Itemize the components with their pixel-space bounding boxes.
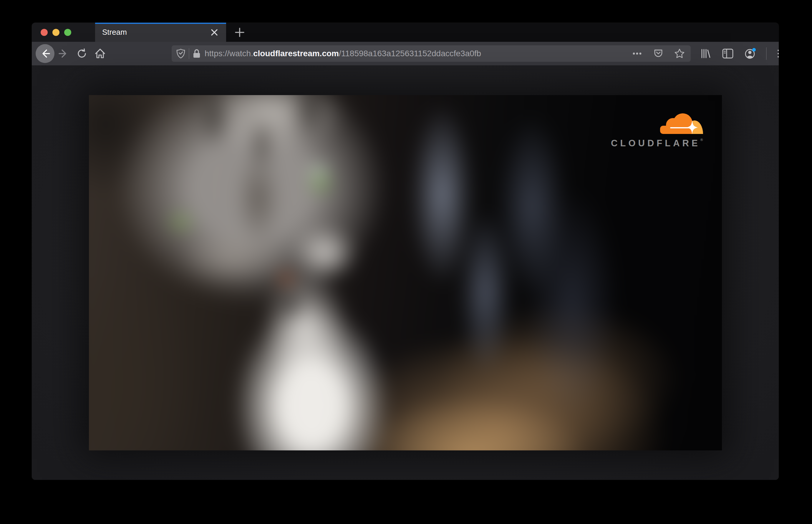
tab-strip-empty: [226, 23, 779, 42]
trademark-symbol: ®: [700, 138, 703, 142]
tab-stream[interactable]: Stream: [95, 23, 226, 42]
video-player[interactable]: CLOUDFLARE®: [89, 95, 722, 451]
cloudflare-wordmark: CLOUDFLARE®: [611, 138, 703, 148]
url-bar[interactable]: https://watch.cloudflarestream.com/11859…: [172, 45, 691, 62]
urlbar-separator: [189, 48, 189, 59]
blurry-cat-video-frame: [89, 95, 722, 451]
new-tab-button[interactable]: [226, 23, 253, 42]
forward-arrow-icon: [58, 48, 69, 59]
home-button[interactable]: [91, 45, 109, 62]
navigation-toolbar: https://watch.cloudflarestream.com/11859…: [32, 42, 779, 65]
account-icon: [744, 48, 756, 60]
hamburger-icon: [777, 49, 779, 58]
url-text[interactable]: https://watch.cloudflarestream.com/11859…: [205, 49, 630, 58]
browser-window: Stream: [32, 23, 779, 480]
library-icon: [700, 48, 711, 59]
tab-bar: Stream: [32, 23, 779, 42]
library-button[interactable]: [698, 47, 713, 61]
pocket-save-button[interactable]: [651, 47, 665, 61]
home-icon: [94, 48, 106, 60]
url-domain: cloudflarestream.com: [253, 49, 339, 58]
sidebar-icon: [722, 49, 733, 59]
forward-button[interactable]: [54, 45, 73, 62]
url-path: /118598a163a125631152ddaccfe3a0fb: [339, 49, 481, 58]
menu-button[interactable]: [776, 47, 779, 61]
titlebar-traffic-area: [32, 23, 95, 42]
page-actions-button[interactable]: [630, 47, 644, 61]
plus-icon: [234, 27, 246, 38]
account-button[interactable]: [743, 47, 757, 61]
page-content: CLOUDFLARE®: [32, 65, 779, 480]
url-scheme: https://watch.: [205, 49, 253, 58]
back-button[interactable]: [36, 44, 54, 63]
close-window-button[interactable]: [40, 29, 48, 36]
tab-title: Stream: [102, 28, 208, 37]
close-tab-icon[interactable]: [208, 26, 221, 39]
zoom-window-button[interactable]: [64, 29, 71, 36]
notification-dot: [752, 48, 756, 51]
star-icon: [674, 48, 685, 59]
pocket-icon: [654, 49, 663, 58]
cloudflare-cloud-icon: [658, 112, 703, 134]
reload-button[interactable]: [73, 45, 91, 62]
bookmark-star-button[interactable]: [672, 47, 686, 61]
minimize-window-button[interactable]: [52, 29, 60, 36]
back-arrow-icon: [39, 48, 51, 59]
dots-icon: [633, 52, 642, 55]
cloudflare-watermark: CLOUDFLARE®: [611, 112, 703, 148]
tracking-protection-shield-icon[interactable]: [176, 49, 185, 59]
sidebar-button[interactable]: [721, 47, 735, 61]
https-lock-icon[interactable]: [193, 49, 200, 58]
toolbar-separator: [766, 47, 767, 60]
reload-icon: [76, 48, 87, 59]
